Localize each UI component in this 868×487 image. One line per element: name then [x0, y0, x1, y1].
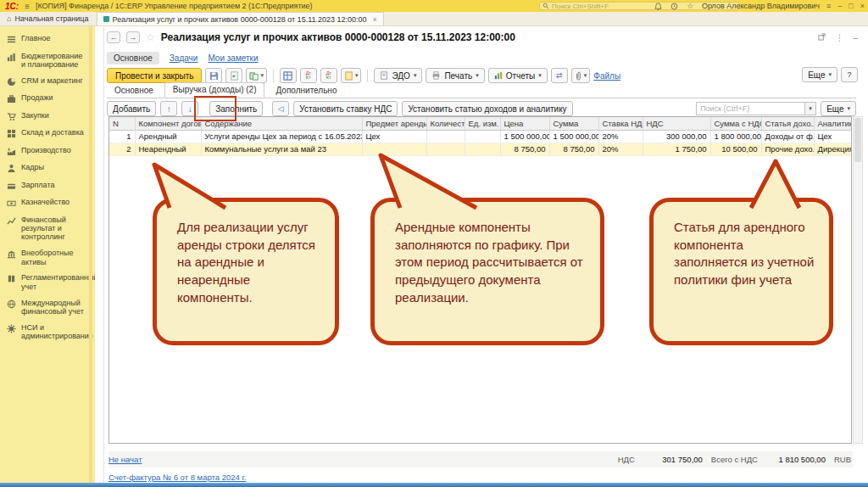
- service-menu-icon[interactable]: ≡: [826, 2, 831, 10]
- cell-analytics-active[interactable]: Дирекция: [814, 143, 852, 155]
- add-row-button[interactable]: Добавить: [107, 101, 156, 116]
- invoice-link[interactable]: Счет-фактура № 6 от 8 марта 2024 г.: [108, 473, 246, 482]
- save-button[interactable]: [205, 68, 222, 83]
- cell-vat[interactable]: 300 000,00: [643, 130, 710, 143]
- close-icon[interactable]: ×: [860, 2, 865, 10]
- col-analytics[interactable]: Аналитика...: [814, 117, 852, 130]
- cell-component[interactable]: Арендный: [135, 130, 201, 143]
- sidebar-item-main[interactable]: Главное: [7, 34, 86, 44]
- sidebar-item-hr[interactable]: Кадры: [7, 163, 86, 173]
- cell-content[interactable]: Коммунальные услуги за май 23: [201, 143, 362, 155]
- cell-quantity[interactable]: [426, 143, 465, 155]
- cell-sum[interactable]: 1 500 000,00: [549, 130, 598, 143]
- cell-vat[interactable]: 1 750,00: [643, 143, 710, 155]
- vertical-scrollbar[interactable]: [853, 116, 863, 444]
- exchange-button[interactable]: ⇄: [551, 68, 568, 83]
- structure-button[interactable]: [280, 68, 297, 83]
- col-unit[interactable]: Ед. изм.: [465, 117, 500, 130]
- cell-sum-with-vat[interactable]: 1 800 000,00: [710, 130, 761, 143]
- current-user[interactable]: Орлов Александр Владимирович: [702, 2, 820, 10]
- cell-analytics[interactable]: Цех: [814, 130, 852, 143]
- col-n[interactable]: N: [109, 117, 135, 130]
- print-button[interactable]: Печать▾: [426, 68, 484, 83]
- sidebar-item-treasury[interactable]: Казначейство: [7, 198, 86, 208]
- collapse-icon[interactable]: –: [853, 33, 858, 42]
- cell-unit[interactable]: [465, 130, 500, 143]
- cell-vat-rate[interactable]: 20%: [598, 130, 643, 143]
- scrollbar-thumb[interactable]: [854, 118, 861, 162]
- cell-vat-rate[interactable]: 20%: [598, 143, 643, 155]
- cell-sum-with-vat[interactable]: 10 500,00: [710, 143, 761, 155]
- table-more-button[interactable]: Еще▾: [821, 101, 856, 116]
- minimize-icon[interactable]: –: [837, 2, 842, 10]
- cell-sum[interactable]: 8 750,00: [549, 143, 598, 155]
- cell-n[interactable]: 2: [109, 143, 135, 155]
- form-tab-additional[interactable]: Дополнительно: [268, 84, 344, 98]
- sidebar-item-purchases[interactable]: Закупки: [7, 111, 86, 121]
- col-income-item[interactable]: Статья дохо...: [761, 117, 814, 130]
- edo-status-link[interactable]: Не начат: [108, 455, 142, 464]
- cell-price[interactable]: 8 750,00: [500, 143, 549, 155]
- sidebar-item-nsi[interactable]: НСИ и администрирование: [7, 323, 86, 341]
- set-vat-rate-button[interactable]: Установить ставку НДС: [293, 101, 398, 116]
- form-tab-main[interactable]: Основное: [107, 84, 161, 98]
- cell-income-item[interactable]: Прочие дохо...: [761, 143, 814, 155]
- notifications-bell-icon[interactable]: [654, 2, 663, 11]
- tab-home[interactable]: ⌂ Начальная страница: [0, 13, 97, 25]
- move-up-button[interactable]: ↑: [160, 101, 177, 116]
- post-button[interactable]: [225, 68, 242, 83]
- sidebar-item-assets[interactable]: Внеоборотные активы: [7, 249, 86, 266]
- col-sum-with-vat[interactable]: Сумма с НДС: [710, 117, 761, 130]
- main-menu-icon[interactable]: ≡: [25, 2, 30, 11]
- show-postings-button[interactable]: ДтКт: [300, 68, 317, 83]
- post-and-close-button[interactable]: Провести и закрыть: [107, 68, 202, 83]
- sidebar-item-finresult[interactable]: Финансовый результат и контроллинг: [7, 216, 86, 242]
- tab-document[interactable]: Реализация услуг и прочих активов 0000-0…: [97, 12, 384, 25]
- cell-income-item[interactable]: Доходы от ф...: [761, 130, 814, 143]
- sidebar-item-ifrs[interactable]: Международный финансовый учет: [7, 299, 86, 316]
- cell-quantity[interactable]: [426, 130, 465, 143]
- more-button[interactable]: Еще▾: [802, 67, 837, 82]
- cell-component[interactable]: Неарендный: [135, 143, 201, 155]
- set-income-item-button[interactable]: Установить статью доходов и аналитику: [402, 101, 572, 116]
- col-component[interactable]: Компонент договора: [135, 117, 201, 130]
- col-vat-rate[interactable]: Ставка НДС: [598, 117, 643, 130]
- sidebar-item-crm[interactable]: CRM и маркетинг: [7, 76, 86, 87]
- help-button[interactable]: ?: [841, 67, 858, 82]
- files-link[interactable]: Файлы: [593, 71, 620, 81]
- maximize-icon[interactable]: □: [849, 2, 853, 10]
- back-button[interactable]: ←: [107, 31, 120, 43]
- sidebar-item-payroll[interactable]: Зарплата: [7, 181, 86, 191]
- sidebar-item-regulated[interactable]: Регламентированный учет: [7, 273, 86, 291]
- col-rent-subject[interactable]: Предмет аренды: [362, 117, 426, 130]
- edo-button[interactable]: ЭДО▾: [374, 68, 422, 83]
- reports-button[interactable]: Отчеты▾: [488, 68, 548, 83]
- tab-close-icon[interactable]: ×: [373, 15, 377, 24]
- marked-docs-button[interactable]: ▾: [341, 68, 362, 83]
- cell-price[interactable]: 1 500 000,00: [500, 130, 549, 143]
- col-price[interactable]: Цена: [500, 117, 549, 130]
- favorites-star-icon[interactable]: ☆: [686, 2, 695, 11]
- attachments-button[interactable]: ▾: [571, 68, 591, 83]
- cell-content[interactable]: Услуги аренды Цех за период с 16.05.2023…: [201, 130, 362, 143]
- cell-unit[interactable]: [465, 143, 500, 155]
- col-quantity[interactable]: Количество: [426, 117, 465, 130]
- col-sum[interactable]: Сумма: [549, 117, 598, 130]
- share-button[interactable]: ◁: [272, 101, 289, 116]
- sidebar-item-budgeting[interactable]: Бюджетирование и планирование: [7, 52, 86, 70]
- search-combo-caret-icon[interactable]: ▾: [804, 102, 816, 115]
- tab-osnovnoe[interactable]: Основное: [107, 52, 159, 64]
- favorite-star-icon[interactable]: ☆: [146, 31, 155, 43]
- postings-settings-button[interactable]: ДтКт: [320, 68, 337, 83]
- cell-n[interactable]: 1: [109, 130, 135, 143]
- sidebar-item-sales[interactable]: Продажи: [7, 93, 86, 104]
- popout-icon[interactable]: [818, 33, 826, 42]
- forward-button[interactable]: →: [126, 31, 140, 43]
- history-icon[interactable]: [670, 2, 679, 11]
- create-based-on-button[interactable]: ▾: [246, 68, 267, 83]
- tab-zadachi[interactable]: Задачи: [170, 53, 198, 63]
- table-search-input[interactable]: [696, 102, 804, 115]
- tab-moi-zametki[interactable]: Мои заметки: [208, 53, 258, 63]
- cell-rent-subject[interactable]: [362, 143, 426, 155]
- sidebar-item-production[interactable]: Производство: [7, 146, 86, 156]
